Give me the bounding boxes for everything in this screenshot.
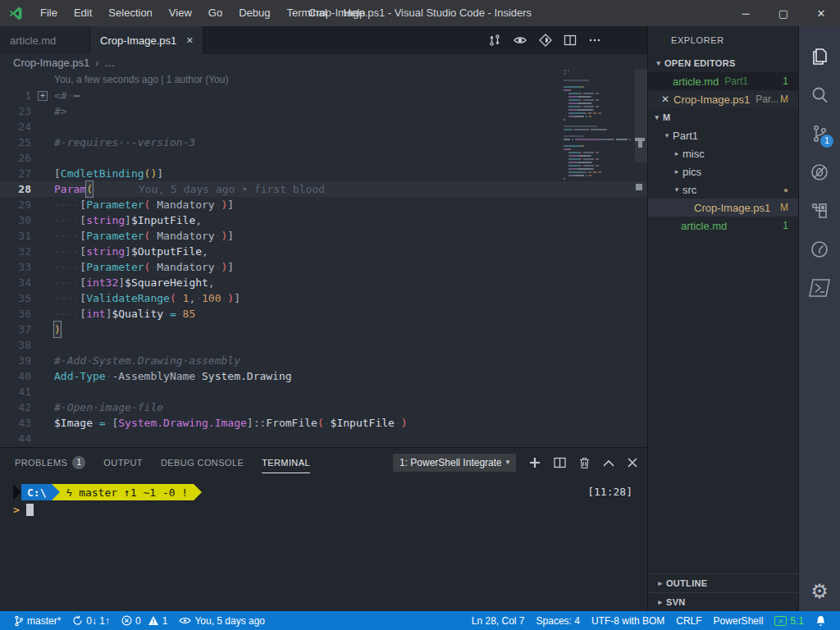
menu-view[interactable]: View xyxy=(162,0,199,26)
powerline-end xyxy=(194,484,202,500)
tree-item-pics[interactable]: ▸pics xyxy=(648,162,798,180)
breadcrumb[interactable]: Crop-Image.ps1 › … xyxy=(0,54,647,72)
status-indentation[interactable]: Spaces: 4 xyxy=(531,611,586,630)
open-editor-crop-image-ps1[interactable]: ✕Crop-Image.ps1Par...M xyxy=(648,90,798,108)
breadcrumb-chevron-icon: › xyxy=(95,54,98,72)
split-editor-icon[interactable] xyxy=(564,34,577,47)
tab-problems[interactable]: PROBLEMS 1 xyxy=(15,448,85,477)
code-line[interactable]: 27[CmdletBinding()] xyxy=(0,166,647,181)
activity-source-control-icon[interactable]: 1 xyxy=(799,114,840,153)
code-line[interactable]: 37) xyxy=(0,322,647,337)
status-badge: ● xyxy=(783,185,788,194)
menu-terminal[interactable]: Terminal xyxy=(279,0,334,26)
tab-terminal[interactable]: TERMINAL xyxy=(262,448,310,477)
menu-go[interactable]: Go xyxy=(201,0,230,26)
new-terminal-icon[interactable] xyxy=(529,457,541,468)
code-line[interactable]: 25#·requires··-version·3 xyxy=(0,135,647,150)
code-line[interactable]: 33····[Parameter(·Mandatory·)] xyxy=(0,259,647,275)
code-line[interactable]: 34····[int32]$SquareHeight, xyxy=(0,275,647,290)
code-line[interactable]: 1+<#·⋯ xyxy=(0,88,647,103)
minimap[interactable] xyxy=(564,70,634,185)
terminal[interactable]: C:\ ϟ master ↑1 ~1 -0 ! [11:28] > xyxy=(0,477,647,611)
activity-search-icon[interactable] xyxy=(799,75,840,114)
tab-output[interactable]: OUTPUT xyxy=(103,448,143,477)
fold-expand-icon[interactable]: + xyxy=(38,91,48,101)
code-line[interactable]: 24 xyxy=(0,119,647,135)
kill-terminal-trash-icon[interactable] xyxy=(579,457,590,469)
status-eol[interactable]: CRLF xyxy=(670,611,707,630)
code-line[interactable]: 35····[ValidateRange(·1,·100·)] xyxy=(0,290,647,306)
code-line[interactable]: 23#> xyxy=(0,103,647,119)
status-sync[interactable]: 0↓ 1↑ xyxy=(66,611,116,630)
chevron-down-icon: ▾ xyxy=(651,113,663,121)
gitlens-diamond-icon[interactable] xyxy=(539,34,552,47)
open-editors-header[interactable]: ▾ OPEN EDITORS xyxy=(648,54,798,72)
status-language-mode[interactable]: PowerShell xyxy=(708,611,769,630)
line-number: 23 xyxy=(0,103,31,119)
maximize-panel-chevron-icon[interactable] xyxy=(603,459,614,467)
code-line[interactable]: 40Add-Type·-AssemblyName·System.Drawing xyxy=(0,368,647,384)
more-actions-icon[interactable] xyxy=(588,34,601,47)
tab-article-md[interactable]: article.md xyxy=(0,26,90,54)
tab-crop-image-ps1[interactable]: Crop-Image.ps1 × xyxy=(90,26,203,54)
activity-explorer-icon[interactable] xyxy=(799,37,840,75)
menu-bar: FileEditSelectionViewGoDebugTerminalHelp xyxy=(33,0,372,26)
tree-item-misc[interactable]: ▸misc xyxy=(648,144,798,162)
status-git-branch[interactable]: master* xyxy=(8,611,66,630)
tree-item-article-md[interactable]: article.md1 xyxy=(648,217,798,235)
tab-debug-console[interactable]: DEBUG CONSOLE xyxy=(161,448,244,477)
tree-item-src[interactable]: ▾src● xyxy=(648,180,798,199)
code-line[interactable]: 26 xyxy=(0,150,647,166)
activity-debug-icon[interactable] xyxy=(799,153,840,191)
split-terminal-icon[interactable] xyxy=(554,457,566,468)
code-line[interactable]: 31····[Parameter(·Mandatory·)] xyxy=(0,228,647,244)
status-cursor-position[interactable]: Ln 28, Col 7 xyxy=(466,611,531,630)
menu-help[interactable]: Help xyxy=(336,0,373,26)
menu-file[interactable]: File xyxy=(33,0,65,26)
code-line[interactable]: 29····[Parameter(·Mandatory·)] xyxy=(0,197,647,212)
code-line[interactable]: 36····[int]$Quality·=·85 xyxy=(0,306,647,322)
settings-gear-icon[interactable]: ⚙ xyxy=(810,580,829,603)
status-problems[interactable]: 0 1 xyxy=(116,611,173,630)
code-line[interactable]: 42#·Open·image·file xyxy=(0,399,647,415)
code-line[interactable]: 32····[string]$OutputFile, xyxy=(0,244,647,259)
menu-debug[interactable]: Debug xyxy=(231,0,277,26)
tree-item-part1[interactable]: ▾Part1 xyxy=(648,126,798,144)
status-encoding[interactable]: UTF-8 with BOM xyxy=(586,611,670,630)
editor-scrollbar[interactable] xyxy=(635,69,647,162)
open-editor-article-md[interactable]: article.mdPart11 xyxy=(648,72,798,90)
terminal-select[interactable]: 1: PowerShell Integrate ▼ xyxy=(393,454,516,472)
status-notifications-bell[interactable] xyxy=(810,611,832,630)
git-compare-icon[interactable] xyxy=(488,34,501,47)
status-gitlens-blame[interactable]: You, 5 days ago xyxy=(173,611,271,630)
activity-powershell-icon[interactable] xyxy=(799,268,840,307)
close-button[interactable]: ✕ xyxy=(802,0,840,26)
code-line[interactable]: 44 xyxy=(0,431,647,446)
error-icon xyxy=(121,615,132,626)
close-editor-icon[interactable]: ✕ xyxy=(661,94,669,105)
code-line[interactable]: 30····[string]$InputFile, xyxy=(0,212,647,228)
code-line[interactable]: 41 xyxy=(0,384,647,399)
code-line[interactable]: 38 xyxy=(0,337,647,353)
code-line[interactable]: 28Param(You, 5 days ago • first blood xyxy=(0,181,647,197)
codelens-annotation[interactable]: You, a few seconds ago | 1 author (You) xyxy=(0,72,647,88)
toggle-blame-eye-icon[interactable] xyxy=(513,34,527,47)
code-line[interactable]: 39#·Add·System.Drawing·assembly xyxy=(0,353,647,368)
tree-item-crop-image-ps1[interactable]: Crop-Image.ps1M xyxy=(648,199,798,217)
section-svn[interactable]: ▸SVN xyxy=(648,592,798,611)
menu-edit[interactable]: Edit xyxy=(66,0,99,26)
section-outline[interactable]: ▸OUTLINE xyxy=(648,573,798,592)
menu-selection[interactable]: Selection xyxy=(101,0,159,26)
status-powershell-version[interactable]: > 5.1 xyxy=(769,611,810,630)
tab-close-icon[interactable]: × xyxy=(186,34,193,47)
close-panel-icon[interactable] xyxy=(628,458,637,468)
activity-extensions-icon[interactable] xyxy=(799,191,840,230)
minimize-button[interactable]: ─ xyxy=(727,0,765,26)
activity-dial-icon[interactable] xyxy=(799,230,840,268)
terminal-input-line[interactable]: > xyxy=(13,504,634,516)
sidebar-title: EXPLORER xyxy=(648,26,798,54)
code-editor[interactable]: Crop-Image.ps1 › … You, a few seconds ag… xyxy=(0,54,647,447)
maximize-button[interactable]: ▢ xyxy=(765,0,802,26)
code-line[interactable]: 43$Image·=·[System.Drawing.Image]::FromF… xyxy=(0,415,647,431)
tree-item-m[interactable]: ▾M xyxy=(648,108,798,126)
